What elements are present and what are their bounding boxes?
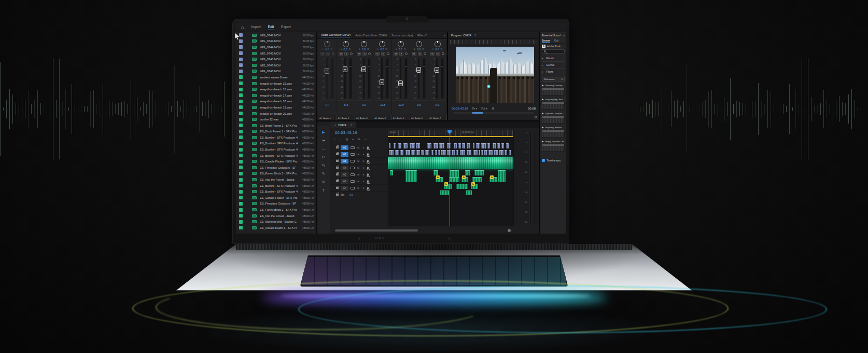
- pen-tool[interactable]: ✎: [322, 171, 325, 176]
- lock-icon[interactable]: [336, 146, 339, 148]
- pan-knob[interactable]: [361, 41, 367, 47]
- ripple-edit-tool[interactable]: ↔: [322, 146, 326, 151]
- fader-handle[interactable]: [398, 80, 403, 86]
- sync-lock-icon[interactable]: [351, 167, 355, 169]
- timeline-clip[interactable]: [462, 143, 465, 148]
- pan-knob[interactable]: [343, 41, 349, 47]
- project-row[interactable]: ES_Bonfire - SFX Producer 448000 Hz: [236, 146, 316, 153]
- sequence-tab[interactable]: × C0424 ≡: [331, 121, 356, 128]
- project-row[interactable]: IMG_0742.MOV60.00 fps: [236, 32, 316, 38]
- lock-icon[interactable]: [336, 173, 339, 175]
- project-row[interactable]: ES_Birch Forest 1 - SFX Pro48000 Hz: [236, 123, 316, 129]
- fader-handle[interactable]: [361, 66, 366, 72]
- track-badge[interactable]: A1: [341, 145, 348, 150]
- record-arm-button[interactable]: [424, 52, 426, 55]
- solo-button[interactable]: S: [362, 173, 365, 176]
- track-badge[interactable]: A7: [341, 186, 348, 191]
- mute-button[interactable]: M: [357, 160, 360, 162]
- pan-knob[interactable]: [435, 41, 441, 47]
- mute-button[interactable]: M: [412, 52, 416, 56]
- timeline-clip[interactable]: [456, 150, 458, 155]
- mixer-track-name[interactable]: A6Audio 6: [410, 115, 428, 120]
- project-row[interactable]: ES_Bonfire - SFX Producer 448000 Hz: [236, 141, 316, 147]
- voiceover-mic-icon[interactable]: [367, 153, 369, 156]
- slip-tool[interactable]: ⇆: [322, 163, 325, 168]
- project-row[interactable]: ES_Into the Forest - Jakob48000 Hz: [236, 213, 316, 219]
- solo-button[interactable]: S: [362, 160, 365, 162]
- timeline-scroll-dot[interactable]: [508, 229, 511, 232]
- solo-button[interactable]: S: [362, 52, 367, 56]
- project-row[interactable]: IMG_0747.MOV60.00 fps: [236, 62, 316, 69]
- sync-lock-icon[interactable]: [351, 173, 355, 176]
- fader-track[interactable]: [436, 58, 438, 99]
- mute-button[interactable]: M: [357, 173, 360, 176]
- timeline-clip[interactable]: [394, 143, 396, 148]
- play-icon[interactable]: ▶: [542, 140, 543, 143]
- pan-knob[interactable]: [398, 41, 404, 47]
- mute-button[interactable]: M: [357, 180, 360, 183]
- mute-button[interactable]: M: [394, 52, 398, 56]
- record-arm-button[interactable]: [405, 52, 408, 55]
- timeline-clip[interactable]: [447, 150, 451, 155]
- voiceover-mic-icon[interactable]: [367, 146, 369, 149]
- timeline-clip[interactable]: [452, 150, 455, 155]
- timeline-clip[interactable]: [473, 150, 478, 155]
- pan-knob[interactable]: [324, 41, 330, 47]
- project-row[interactable]: ambient waves 8.wav44100 Hz: [236, 74, 316, 80]
- mixer-track-name[interactable]: A4Audio 4: [373, 115, 391, 120]
- lock-icon[interactable]: [336, 153, 339, 155]
- timeline-clip[interactable]: [506, 143, 509, 148]
- voiceover-mic-icon[interactable]: [367, 180, 369, 183]
- timeline-clip[interactable]: [403, 143, 407, 148]
- mute-button[interactable]: M: [375, 52, 380, 56]
- tab-browse[interactable]: Browse: [542, 39, 550, 43]
- mute-button[interactable]: M: [357, 187, 360, 189]
- panel-menu-icon[interactable]: ≡: [351, 124, 353, 127]
- timeline-clip[interactable]: [447, 143, 451, 148]
- solo-button[interactable]: S: [362, 146, 365, 149]
- solo-button[interactable]: S: [362, 153, 365, 156]
- timeline-clip[interactable]: [481, 150, 483, 155]
- fader-handle[interactable]: [435, 67, 439, 73]
- project-row[interactable]: seagull-on-beach 15.wav44100 Hz: [236, 80, 316, 87]
- voiceover-mic-icon[interactable]: [367, 173, 369, 176]
- fader-track[interactable]: [381, 58, 383, 99]
- mixer-tab[interactable]: Source: (no clips): [391, 34, 413, 37]
- solo-button[interactable]: S: [344, 52, 348, 56]
- quality-dropdown[interactable]: Full ▾: [481, 107, 487, 110]
- timeline-clip[interactable]: [487, 143, 491, 148]
- timeline-clip[interactable]: [395, 150, 399, 155]
- project-row[interactable]: ES_Fireplace Outdoors - SF48000 Hz: [236, 201, 316, 207]
- timeline-clip[interactable]: [501, 143, 505, 148]
- pan-knob[interactable]: [379, 41, 385, 47]
- timeline-clip[interactable]: [411, 150, 415, 155]
- program-scroll-thumb[interactable]: [472, 112, 483, 114]
- timeline-clip[interactable]: [454, 143, 457, 148]
- timeline-clip[interactable]: [479, 150, 480, 155]
- menu-item-import[interactable]: Import: [251, 25, 260, 30]
- wrench-icon[interactable]: ⚙: [358, 138, 360, 141]
- timeline-scrollbar[interactable]: [335, 229, 418, 232]
- timeline-clip[interactable]: [389, 150, 394, 155]
- fader-track[interactable]: [400, 58, 401, 99]
- timeline-clip[interactable]: [509, 150, 511, 155]
- timeline-clip[interactable]: [494, 150, 498, 155]
- timeline-clip[interactable]: [484, 150, 487, 155]
- fader-track[interactable]: [344, 58, 346, 99]
- sync-lock-icon[interactable]: [351, 146, 355, 149]
- timeline-clip[interactable]: [433, 143, 438, 148]
- timeline-clip[interactable]: [398, 143, 401, 148]
- project-row[interactable]: bonfire 32.wav48000 Hz: [236, 116, 316, 123]
- track-header-a7[interactable]: A7MS: [331, 185, 388, 192]
- track-area[interactable]: 00:00 00:08:59:14 fxfxfxfxfx: [388, 130, 513, 226]
- project-row[interactable]: IMG_0744.MOV60.00 fps: [236, 44, 316, 50]
- solo-button[interactable]: S: [399, 52, 403, 56]
- mute-button[interactable]: M: [320, 52, 325, 56]
- panel-menu-icon[interactable]: ≡: [563, 34, 565, 37]
- timeline-clip[interactable]: [481, 143, 486, 148]
- program-tab[interactable]: Program: C0424: [451, 34, 471, 37]
- record-arm-button[interactable]: [442, 52, 444, 55]
- fader-track[interactable]: [418, 58, 419, 99]
- timeline-clip[interactable]: [467, 150, 471, 155]
- sequence-settings-icon[interactable]: ⌗: [334, 138, 335, 141]
